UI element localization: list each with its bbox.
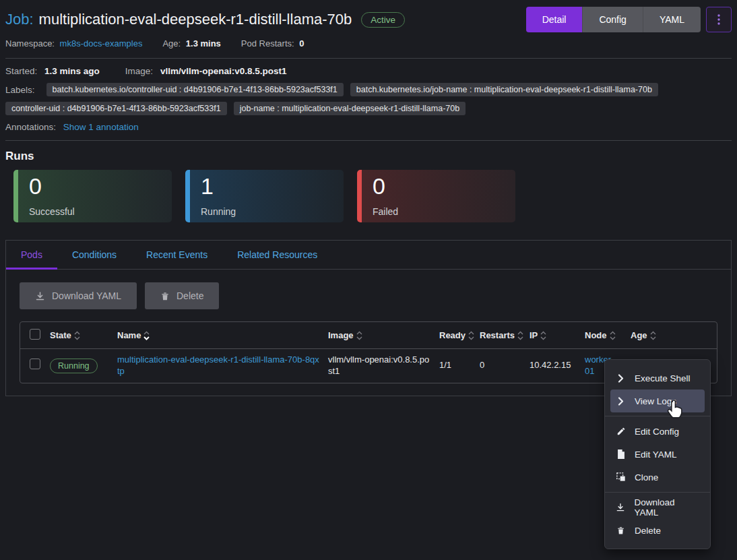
sort-icon <box>74 331 80 340</box>
annotations-row: Annotations: Show 1 annotation <box>5 122 732 132</box>
yaml-view-button[interactable]: YAML <box>643 7 701 32</box>
column-header-ip[interactable]: IP <box>525 322 581 349</box>
runs-cards: 0 Successful 1 Running 0 Failed <box>13 170 732 222</box>
row-checkbox[interactable] <box>30 359 40 369</box>
chevron-right-icon <box>616 397 626 406</box>
pod-ready: 1/1 <box>435 349 476 383</box>
menu-item-label: Delete <box>635 526 661 536</box>
header-kebab-button[interactable] <box>706 7 732 32</box>
label-badge: batch.kubernetes.io/job-name : multiplic… <box>350 83 658 96</box>
resource-kind: Job: <box>5 11 34 28</box>
running-runs-card: 1 Running <box>185 170 344 222</box>
column-header-restarts[interactable]: Restarts <box>476 322 525 349</box>
pod-restarts-label: Pod Restarts: <box>241 38 294 49</box>
failed-count: 0 <box>373 173 505 199</box>
menu-group-edit: Edit Config Edit YAML Clone <box>605 416 710 492</box>
menu-item-edit-config[interactable]: Edit Config <box>605 420 710 443</box>
successful-runs-card: 0 Successful <box>13 170 172 222</box>
age-label: Age: <box>162 38 181 49</box>
trash-icon <box>616 526 626 535</box>
meta-row: Namespace: mk8s-docs-examples Age: 1.3 m… <box>5 38 732 49</box>
column-header-state[interactable]: State <box>46 322 113 349</box>
pod-restarts-value: 0 <box>299 38 304 49</box>
row-context-menu: Execute Shell View Logs Edit Config Edit… <box>604 359 711 549</box>
meta-namespace: Namespace: mk8s-docs-examples <box>5 38 142 49</box>
runs-heading: Runs <box>5 150 732 163</box>
column-header-image[interactable]: Image <box>324 322 435 349</box>
started-image-row: Started: 1.3 mins ago Image: vllm/vllm-o… <box>5 66 732 76</box>
tab-bar: Pods Conditions Recent Events Related Re… <box>6 241 731 270</box>
download-yaml-button[interactable]: Download YAML <box>20 282 137 309</box>
menu-item-label: Clone <box>635 472 658 483</box>
section-divider <box>5 140 732 141</box>
sort-icon <box>650 331 656 340</box>
delete-button[interactable]: Delete <box>145 282 219 309</box>
clone-icon <box>616 472 626 482</box>
label-badge: controller-uid : d4b91906-b7e1-4f13-86bb… <box>5 102 227 115</box>
failed-label: Failed <box>373 206 505 217</box>
column-header-age[interactable]: Age <box>627 322 684 349</box>
job-name: multiplication-eval-deepseek-r1-distill-… <box>39 11 352 28</box>
pod-name-link[interactable]: multiplication-eval-deepseek-r1-distill-… <box>117 354 319 376</box>
tab-recent-events[interactable]: Recent Events <box>131 241 222 269</box>
tab-pods[interactable]: Pods <box>6 241 57 269</box>
sort-icon-active <box>143 331 150 340</box>
tab-related-resources[interactable]: Related Resources <box>222 241 332 269</box>
menu-group-actions: Download YAML Delete <box>605 492 710 545</box>
config-view-button[interactable]: Config <box>582 7 642 32</box>
detail-view-button[interactable]: Detail <box>526 7 583 32</box>
menu-item-label: Edit Config <box>635 427 679 437</box>
pod-restarts: 0 <box>476 349 525 383</box>
view-switcher: Detail Config YAML <box>526 7 701 32</box>
image-field: Image: vllm/vllm-openai:v0.8.5.post1 <box>125 66 287 76</box>
running-count: 1 <box>201 173 333 199</box>
download-icon <box>616 503 626 512</box>
page-header: Job: multiplication-eval-deepseek-r1-dis… <box>5 7 732 32</box>
chevron-right-icon <box>616 374 626 383</box>
menu-item-delete[interactable]: Delete <box>605 519 710 542</box>
menu-item-label: Download YAML <box>635 497 699 518</box>
meta-age: Age: 1.3 mins <box>162 38 220 49</box>
pod-ip: 10.42.2.15 <box>525 349 581 383</box>
sort-icon <box>356 331 362 340</box>
meta-pod-restarts: Pod Restarts: 0 <box>241 38 305 49</box>
menu-item-view-logs[interactable]: View Logs <box>610 390 705 412</box>
successful-label: Successful <box>29 206 161 217</box>
menu-item-label: Edit YAML <box>635 449 677 460</box>
select-all-checkbox[interactable] <box>30 329 40 340</box>
column-header-node[interactable]: Node <box>581 322 627 349</box>
successful-count: 0 <box>29 173 161 199</box>
namespace-label: Namespace: <box>5 38 55 49</box>
pod-state-badge: Running <box>50 359 98 373</box>
tab-conditions[interactable]: Conditions <box>57 241 131 269</box>
labels-label: Labels: <box>5 85 35 95</box>
column-header-ready[interactable]: Ready <box>435 322 476 349</box>
labels-row: Labels: batch.kubernetes.io/controller-u… <box>5 83 732 115</box>
started-field: Started: 1.3 mins ago <box>5 66 100 76</box>
kebab-icon <box>717 14 720 25</box>
label-badge: job-name : multiplication-eval-deepseek-… <box>234 102 466 115</box>
page-title: Job: multiplication-eval-deepseek-r1-dis… <box>5 11 352 28</box>
file-icon <box>616 449 626 459</box>
trash-icon <box>160 291 170 301</box>
started-value: 1.3 mins ago <box>44 66 100 76</box>
show-annotation-link[interactable]: Show 1 annotation <box>63 122 139 132</box>
table-header-row: State Name Image Ready Restarts IP Nod <box>20 322 717 349</box>
menu-group-logs: Execute Shell View Logs <box>605 363 710 416</box>
image-value: vllm/vllm-openai:v0.8.5.post1 <box>160 66 287 76</box>
pencil-icon <box>616 427 626 436</box>
job-detail-page: Job: multiplication-eval-deepseek-r1-dis… <box>0 0 737 396</box>
annotations-label: Annotations: <box>5 122 56 132</box>
menu-item-label: View Logs <box>635 396 676 406</box>
menu-item-clone[interactable]: Clone <box>605 466 710 489</box>
menu-item-edit-yaml[interactable]: Edit YAML <box>605 443 710 466</box>
namespace-link[interactable]: mk8s-docs-examples <box>60 38 143 49</box>
image-label: Image: <box>125 66 153 76</box>
failed-runs-card: 0 Failed <box>357 170 515 222</box>
menu-item-execute-shell[interactable]: Execute Shell <box>605 367 710 390</box>
download-icon <box>35 291 45 301</box>
menu-item-download-yaml[interactable]: Download YAML <box>605 496 710 519</box>
label-badge: batch.kubernetes.io/controller-uid : d4b… <box>46 83 344 96</box>
sort-icon <box>517 331 523 340</box>
column-header-name[interactable]: Name <box>113 322 324 349</box>
